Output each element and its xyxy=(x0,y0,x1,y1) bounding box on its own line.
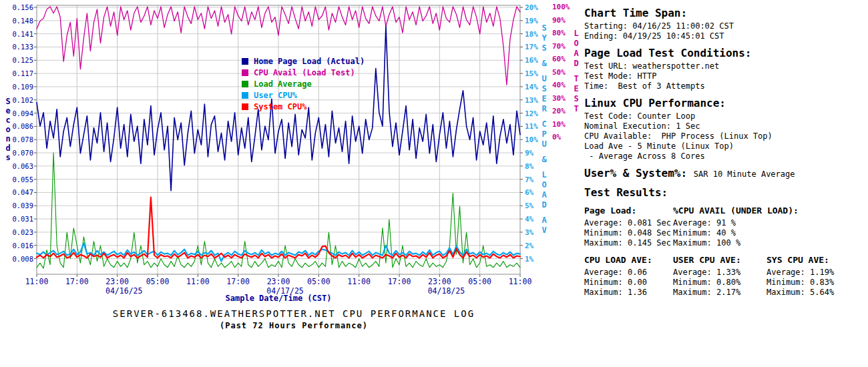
y-right-pct-tick-label: 4% xyxy=(525,215,534,224)
y-right-pct-tick-label: 11% xyxy=(525,122,538,131)
legend-label: User CPU% xyxy=(254,91,297,100)
y-right-pct-tick-label: 19% xyxy=(525,17,538,25)
result-group-title: CPU LOAD AVE: xyxy=(584,255,673,266)
y-right-pct-tick-label: 13% xyxy=(525,96,538,105)
axis-title-letter: & xyxy=(539,155,549,165)
result-group-page-load: Page Load: Average: 0.081 Sec Minimum: 0… xyxy=(584,202,673,248)
axis-title-letter: Y xyxy=(539,34,549,44)
y-right-pct-tick-label: 16% xyxy=(525,56,538,65)
y-loadtest-tick-label: 10% xyxy=(552,120,566,129)
y-right-pct-tick-label: 1% xyxy=(525,255,534,264)
results-heading: Test Results: xyxy=(584,186,865,199)
x-tick-label: 23:00 xyxy=(105,277,129,286)
result-line: Minimum: 0.83% xyxy=(767,278,863,288)
axis-title-letter: U xyxy=(539,75,549,85)
y-right-pct-tick-label: 20% xyxy=(525,3,538,12)
axis-title-letter: O xyxy=(572,39,581,49)
info-heading-user-system: User% & System%: xyxy=(584,167,687,179)
results-row-1: Page Load: Average: 0.081 Sec Minimum: 0… xyxy=(584,202,865,248)
result-line: Average: 1.33% xyxy=(673,268,767,278)
legend-label: Load Average xyxy=(254,79,312,89)
y-loadtest-tick-label: 30% xyxy=(552,94,566,103)
results-row-2: CPU LOAD AVE: Average: 0.06 Minimum: 0.0… xyxy=(584,251,865,298)
y-left-tick-label: 0.031 xyxy=(12,215,33,223)
info-line: Load Ave - 5 Minute (Linux Top) xyxy=(584,141,865,151)
result-line: Average: 0.06 xyxy=(584,268,673,278)
result-group-cpu-avail: %CPU AVAIL (UNDER LOAD): Average: 91 % M… xyxy=(673,202,850,248)
y-left-tick-label: 0.055 xyxy=(12,175,33,184)
info-line: Time: Best of 3 Attempts xyxy=(584,81,865,91)
legend-label: CPU Avail (Load Test) xyxy=(254,68,355,77)
y-right-pct-tick-label: 9% xyxy=(525,149,534,157)
legend-item-load-average: Load Average xyxy=(242,77,365,85)
y-right-pct-tick-label: 15% xyxy=(525,69,538,78)
axis-title-letter: U xyxy=(539,140,549,150)
y-loadtest-tick-label: 20% xyxy=(552,107,566,115)
result-line: Minimum: 0.048 Sec xyxy=(584,228,673,238)
result-group-sys-cpu-ave: SYS CPU AVE: Average: 1.19% Minimum: 0.8… xyxy=(767,251,863,298)
y-left-tick-label: 0.016 xyxy=(12,242,33,250)
axis-title-letter: & xyxy=(539,59,549,69)
axis-title-letter: V xyxy=(539,226,549,236)
info-line: CPU Available: PHP Process (Linux Top) xyxy=(584,131,865,141)
result-group-cpu-load-ave: CPU LOAD AVE: Average: 0.06 Minimum: 0.0… xyxy=(584,251,673,298)
result-line: Minimum: 0.80% xyxy=(673,278,767,288)
result-group-title: USER CPU AVE: xyxy=(673,255,767,266)
result-group-title: SYS CPU AVE: xyxy=(767,255,863,266)
result-group-title: %CPU AVAIL (UNDER LOAD): xyxy=(673,206,850,216)
x-tick-label: 11:00 xyxy=(347,277,371,286)
x-tick-label: 17:00 xyxy=(65,277,89,286)
axis-title-letter: A xyxy=(539,216,549,226)
legend-swatch-icon xyxy=(242,69,248,76)
x-tick-label: 23:00 xyxy=(267,277,290,286)
x-tick-label: 17:00 xyxy=(388,277,411,286)
axis-title-letter: A xyxy=(572,49,581,59)
info-line: - Average Across 8 Cores xyxy=(584,151,865,161)
y-left-tick-label: 0.102 xyxy=(12,96,33,104)
y-left-tick-label: 0.109 xyxy=(12,83,33,91)
y-left-tick-label: 0.086 xyxy=(12,122,33,130)
info-panel: Chart Time Span: Starting: 04/16/25 11:0… xyxy=(584,1,865,298)
result-line: Average: 1.19% xyxy=(767,268,863,278)
axis-title-letter: T xyxy=(572,75,581,85)
legend-label: System CPU% xyxy=(254,102,306,111)
y-left-tick-label: 0.047 xyxy=(12,188,33,196)
info-heading-linux-cpu: Linux CPU Performance: xyxy=(584,97,865,109)
result-line: Maximum: 1.36 xyxy=(584,288,673,298)
x-tick-label: 05:00 xyxy=(307,277,331,286)
axis-title-letter: s xyxy=(3,153,13,163)
x-tick-label: 11:00 xyxy=(25,277,49,286)
info-line: Test Mode: HTTP xyxy=(584,71,865,81)
info-heading-page-load-conditions: Page Load Test Conditions: xyxy=(584,47,865,59)
y-right-pct-tick-label: 6% xyxy=(525,188,534,197)
axis-title-letter: A xyxy=(539,191,549,201)
y-right-pct-tick-label: 17% xyxy=(525,43,538,51)
legend-item-system-cpu: System CPU% xyxy=(242,99,365,108)
info-line: SAR 10 Minute Average xyxy=(694,169,795,179)
info-line: Test Code: Counter Loop xyxy=(584,111,865,121)
y-axis-label-seconds: Seconds xyxy=(3,97,13,163)
info-line: Starting: 04/16/25 11:00:02 CST xyxy=(584,21,865,31)
y-loadtest-tick-label: 90% xyxy=(552,16,566,25)
result-group-user-cpu-ave: USER CPU AVE: Average: 1.33% Minimum: 0.… xyxy=(673,251,767,298)
x-tick-label: 05:00 xyxy=(468,277,491,286)
y-loadtest-tick-label: 80% xyxy=(552,29,566,37)
y-loadtest-tick-label: 0% xyxy=(552,133,562,141)
y-right-pct-tick-label: 10% xyxy=(525,135,538,144)
axis-title-letter: S xyxy=(539,24,549,34)
axis-title-letter: S xyxy=(539,85,549,95)
y-loadtest-tick-label: 60% xyxy=(552,55,566,63)
axis-title-letter: n xyxy=(3,135,13,144)
result-line: Maximum: 2.17% xyxy=(673,288,767,298)
x-tick-label: 17:00 xyxy=(226,277,250,286)
legend-swatch-icon xyxy=(242,103,248,110)
axis-title-letter: T xyxy=(572,105,581,115)
y-right-pct-tick-label: 3% xyxy=(525,228,534,237)
x-tick-label: 05:00 xyxy=(146,277,170,286)
y-right-pct-tick-label: 18% xyxy=(525,30,538,39)
result-line: Average: 91 % xyxy=(673,218,850,228)
cpu-performance-chart: 0.15620%0.14819%0.14118%0.13317%0.12516%… xyxy=(0,0,581,304)
axis-title-letter: d xyxy=(3,144,13,153)
info-line: Test URL: weatherspotter.net xyxy=(584,61,865,71)
axis-title-letter: c xyxy=(3,116,13,125)
